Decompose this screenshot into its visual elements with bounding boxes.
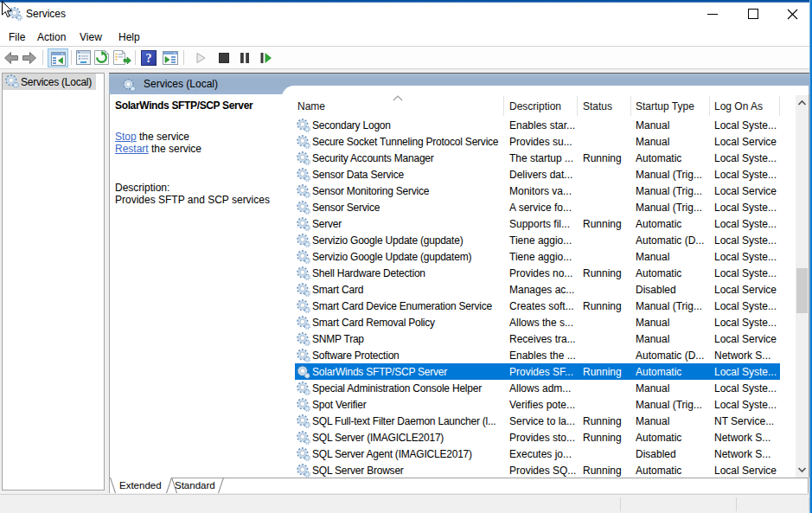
svg-text:Standard: Standard — [175, 480, 215, 491]
svg-text:Extended: Extended — [119, 480, 162, 491]
